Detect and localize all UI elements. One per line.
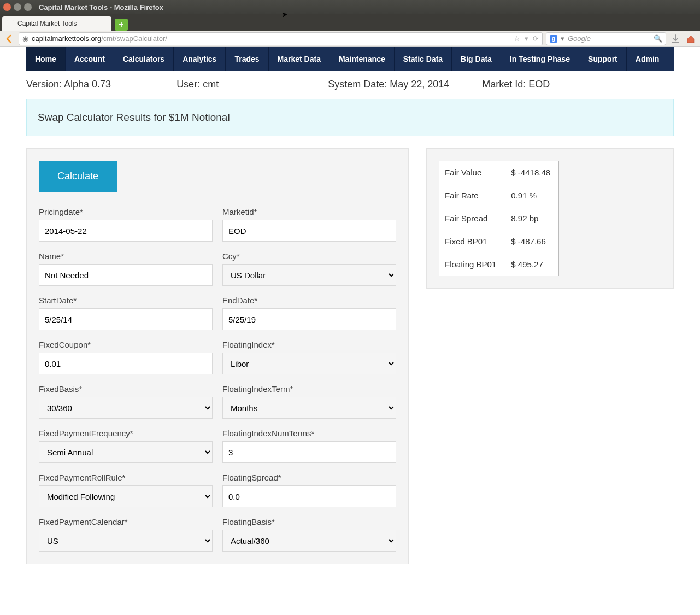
new-tab-button[interactable]: +	[115, 19, 128, 31]
fixedpaymentrollrule-select[interactable]: Modified Following	[39, 485, 213, 507]
version-text: Version: Alpha 0.73	[26, 79, 111, 90]
tab-title: Capital Market Tools	[17, 20, 77, 27]
result-label: Fixed BP01	[439, 230, 505, 253]
search-icon[interactable]: 🔍	[654, 34, 662, 43]
nav-support[interactable]: Support	[579, 47, 627, 71]
floatingindexterm-select[interactable]: Months	[222, 397, 396, 419]
floatingindexnumterms-input[interactable]	[222, 441, 396, 463]
fixedpaymentfrequency-select[interactable]: Semi Annual	[39, 441, 213, 463]
result-value: $ -4418.48	[505, 161, 559, 184]
floatingbasis-select[interactable]: Actual/360	[222, 530, 396, 552]
reload-icon[interactable]: ⟳	[533, 34, 539, 43]
market-id-text: Market Id: EOD	[482, 79, 550, 90]
home-icon[interactable]	[685, 33, 697, 45]
system-date-text: System Date: May 22, 2014	[328, 79, 449, 90]
window-close-icon[interactable]	[3, 3, 11, 11]
result-value: 8.92 bp	[505, 207, 559, 230]
dropdown-icon[interactable]: ▾	[525, 34, 528, 43]
result-value: $ 495.27	[505, 253, 559, 276]
nav-static-data[interactable]: Static Data	[395, 47, 452, 71]
results-row: Fair Value$ -4418.48	[439, 161, 559, 184]
browser-tabstrip: Capital Market Tools +	[0, 14, 700, 31]
back-button[interactable]	[3, 33, 15, 45]
result-value: 0.91 %	[505, 184, 559, 207]
window-maximize-icon[interactable]	[24, 3, 32, 11]
startdate-label: StartDate*	[39, 296, 213, 305]
floatingspread-label: FloatingSpread*	[222, 473, 396, 482]
ccy-select[interactable]: US Dollar	[222, 264, 396, 286]
results-table: Fair Value$ -4418.48 Fair Rate0.91 % Fai…	[439, 161, 559, 276]
fixedpaymentcalendar-select[interactable]: US	[39, 530, 213, 552]
globe-icon: ◉	[22, 34, 28, 43]
window-minimize-icon[interactable]	[14, 3, 21, 11]
ccy-label: Ccy*	[222, 251, 396, 261]
nav-maintenance[interactable]: Maintenance	[330, 47, 395, 71]
downloads-icon[interactable]	[669, 33, 681, 45]
user-text: User: cmt	[177, 79, 219, 90]
result-label: Floating BP01	[439, 253, 505, 276]
floatingbasis-label: FloatingBasis*	[222, 517, 396, 526]
results-row: Fair Spread8.92 bp	[439, 207, 559, 230]
browser-tab[interactable]: Capital Market Tools	[2, 16, 111, 31]
pricingdate-label: Pricingdate*	[39, 207, 213, 216]
calculate-button[interactable]: Calculate	[39, 161, 117, 192]
floatingindex-label: FloatingIndex*	[222, 340, 396, 349]
window-titlebar: Capital Market Tools - Mozilla Firefox	[0, 0, 700, 14]
fixedcoupon-input[interactable]	[39, 353, 213, 374]
arrow-left-icon	[4, 34, 14, 44]
main-nav: Home Account Calculators Analytics Trade…	[26, 47, 674, 71]
fixedbasis-select[interactable]: 30/360	[39, 397, 213, 419]
enddate-label: EndDate*	[222, 296, 396, 305]
search-dropdown-icon[interactable]: ▾	[561, 34, 564, 43]
name-input[interactable]	[39, 264, 213, 286]
nav-market-data[interactable]: Market Data	[269, 47, 330, 71]
nav-trades[interactable]: Trades	[226, 47, 268, 71]
result-banner: Swap Calculator Results for $1M Notional	[26, 99, 674, 136]
floatingindexterm-label: FloatingIndexTerm*	[222, 384, 396, 394]
form-panel: Calculate Pricingdate* Marketid* Name* C…	[26, 148, 409, 564]
startdate-input[interactable]	[39, 308, 213, 330]
name-label: Name*	[39, 251, 213, 261]
result-label: Fair Rate	[439, 184, 505, 207]
nav-big-data[interactable]: Big Data	[452, 47, 501, 71]
browser-toolbar: ◉ capitalmarkettools.org/cmt/swapCalcula…	[0, 31, 700, 47]
results-panel: Fair Value$ -4418.48 Fair Rate0.91 % Fai…	[426, 148, 674, 289]
bookmark-star-icon[interactable]: ☆	[514, 34, 520, 43]
result-label: Fair Value	[439, 161, 505, 184]
fixedpaymentcalendar-label: FixedPaymentCalendar*	[39, 517, 213, 526]
nav-calculators[interactable]: Calculators	[114, 47, 174, 71]
search-box[interactable]: g ▾ Google 🔍	[546, 32, 666, 45]
address-bar[interactable]: ◉ capitalmarkettools.org/cmt/swapCalcula…	[19, 32, 543, 45]
fixedpaymentfrequency-label: FixedPaymentFrequency*	[39, 429, 213, 438]
nav-admin[interactable]: Admin	[627, 47, 669, 71]
marketid-label: Marketid*	[222, 207, 396, 216]
page-favicon-icon	[7, 20, 14, 27]
nav-analytics[interactable]: Analytics	[174, 47, 226, 71]
status-line: Version: Alpha 0.73 User: cmt System Dat…	[26, 79, 674, 90]
floatingspread-input[interactable]	[222, 485, 396, 507]
results-row: Fair Rate0.91 %	[439, 184, 559, 207]
fixedcoupon-label: FixedCoupon*	[39, 340, 213, 349]
pricingdate-input[interactable]	[39, 220, 213, 242]
results-row: Floating BP01$ 495.27	[439, 253, 559, 276]
search-placeholder: Google	[568, 34, 591, 43]
results-row: Fixed BP01$ -487.66	[439, 230, 559, 253]
marketid-input[interactable]	[222, 220, 396, 242]
nav-home[interactable]: Home	[26, 47, 66, 71]
window-title: Capital Market Tools - Mozilla Firefox	[39, 3, 163, 11]
enddate-input[interactable]	[222, 308, 396, 330]
google-icon: g	[550, 35, 557, 43]
nav-account[interactable]: Account	[66, 47, 114, 71]
nav-in-testing-phase[interactable]: In Testing Phase	[501, 47, 579, 71]
result-value: $ -487.66	[505, 230, 559, 253]
result-label: Fair Spread	[439, 207, 505, 230]
fixedbasis-label: FixedBasis*	[39, 384, 213, 394]
fixedpaymentrollrule-label: FixedPaymentRollRule*	[39, 473, 213, 482]
floatingindex-select[interactable]: Libor	[222, 353, 396, 374]
floatingindexnumterms-label: FloatingIndexNumTerms*	[222, 429, 396, 438]
url-text: capitalmarkettools.org/cmt/swapCalculato…	[32, 34, 510, 43]
